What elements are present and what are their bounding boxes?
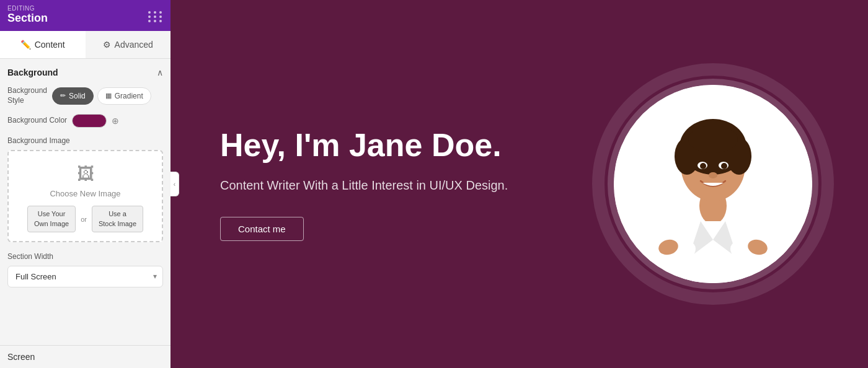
section-width-select[interactable]: Full Screen Boxed Custom <box>7 266 163 287</box>
style-solid-button[interactable]: ✏ Solid <box>52 87 94 105</box>
background-color-label: Background Color <box>7 116 67 126</box>
background-title: Background <box>7 68 58 77</box>
background-image-label: Background Image <box>7 136 163 145</box>
section-width-select-wrapper: Full Screen Boxed Custom ▾ <box>7 266 163 287</box>
panel-content: Background ∧ BackgroundStyle ✏ Solid ▦ G… <box>0 59 170 368</box>
hero-image-container <box>595 45 831 323</box>
drag-handle[interactable] <box>148 11 163 25</box>
section-width-label: Section Width <box>7 252 163 261</box>
background-collapse-icon[interactable]: ∧ <box>157 68 163 77</box>
color-swatch[interactable] <box>72 114 107 128</box>
preview-area: Hey, I'm Jane Doe. Content Writer With a… <box>170 0 868 368</box>
gear-icon: ⚙ <box>103 40 111 50</box>
tab-advanced-label: Advanced <box>115 40 153 50</box>
svg-point-11 <box>709 172 717 178</box>
tab-content[interactable]: ✏️ Content <box>0 31 86 58</box>
color-picker-icon[interactable]: ⊕ <box>112 116 119 126</box>
tab-content-label: Content <box>35 40 65 50</box>
image-placeholder-icon: 🖼 <box>77 164 94 184</box>
choose-image-label: Choose New Image <box>50 189 120 198</box>
use-stock-image-button[interactable]: Use aStock Image <box>92 206 143 232</box>
section-label: Section <box>7 12 48 25</box>
svg-point-6 <box>688 126 738 153</box>
background-color-row: Background Color ⊕ <box>7 114 163 128</box>
hero-text-block: Hey, I'm Jane Doe. Content Writer With a… <box>220 127 508 242</box>
editing-label: EDITING <box>7 5 48 12</box>
pencil-small-icon: ✏ <box>60 92 66 100</box>
image-upload-box[interactable]: 🖼 Choose New Image Use YourOwn Image or … <box>7 150 163 242</box>
style-button-group: ✏ Solid ▦ Gradient <box>52 87 163 105</box>
or-text: or <box>81 216 87 223</box>
style-gradient-button[interactable]: ▦ Gradient <box>97 87 151 105</box>
screen-label: Screen <box>0 345 170 368</box>
contact-button[interactable]: Contact me <box>220 217 304 241</box>
screen-text: Screen <box>7 352 35 362</box>
background-image-section: Background Image 🖼 Choose New Image Use … <box>7 136 163 242</box>
tab-advanced[interactable]: ⚙ Advanced <box>86 31 171 58</box>
person-avatar <box>614 85 812 283</box>
tab-bar: ✏️ Content ⚙ Advanced <box>0 31 170 59</box>
section-width-section: Section Width Full Screen Boxed Custom ▾ <box>7 252 163 287</box>
background-style-row: BackgroundStyle ✏ Solid ▦ Gradient <box>7 86 163 105</box>
background-style-label: BackgroundStyle <box>7 86 47 105</box>
panel-collapse-handle[interactable]: ‹ <box>170 172 179 196</box>
hero-subtitle: Content Writer With a Little Interest in… <box>220 176 508 195</box>
hero-title: Hey, I'm Jane Doe. <box>220 127 508 164</box>
image-upload-actions: Use YourOwn Image or Use aStock Image <box>27 206 143 232</box>
panel-header-text: EDITING Section <box>7 5 48 25</box>
panel-header: EDITING Section <box>0 0 170 31</box>
use-own-image-button[interactable]: Use YourOwn Image <box>27 206 76 232</box>
pencil-icon: ✏️ <box>20 40 31 50</box>
svg-point-9 <box>700 163 706 169</box>
gradient-icon: ▦ <box>105 92 112 100</box>
collapse-arrow-icon: ‹ <box>174 181 175 188</box>
left-panel: EDITING Section ✏️ Content ⚙ Advanced Ba… <box>0 0 170 368</box>
person-svg <box>614 85 812 283</box>
svg-point-10 <box>721 163 727 169</box>
background-section-header: Background ∧ <box>7 68 163 77</box>
